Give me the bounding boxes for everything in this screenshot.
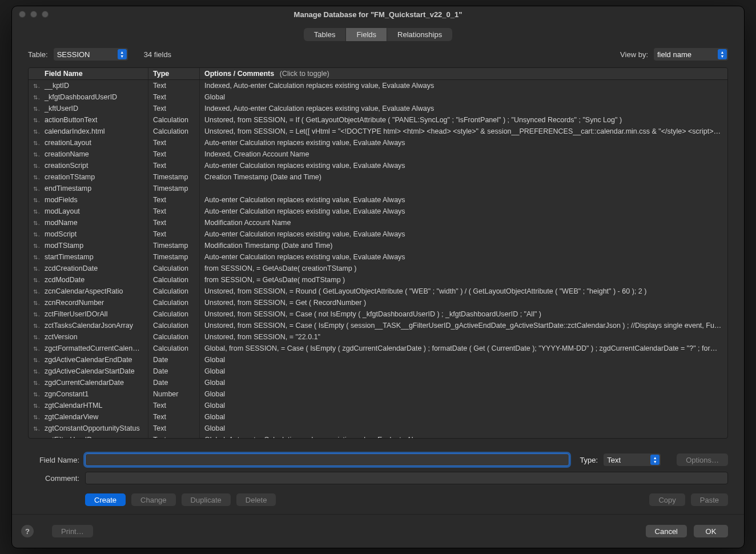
drag-handle-icon[interactable]: ⇅ bbox=[29, 263, 40, 274]
drag-handle-icon[interactable]: ⇅ bbox=[29, 320, 40, 331]
table-row[interactable]: ⇅zgctFormattedCurrentCalendar…Calculatio… bbox=[29, 343, 727, 354]
drag-handle-icon[interactable]: ⇅ bbox=[29, 148, 40, 160]
table-row[interactable]: ⇅creationNameTextIndexed, Creation Accou… bbox=[29, 148, 727, 160]
copy-button[interactable]: Copy bbox=[649, 493, 685, 506]
table-row[interactable]: ⇅zgtConstantOpportunityStatusTextGlobal bbox=[29, 423, 727, 434]
create-button[interactable]: Create bbox=[85, 493, 126, 506]
tab-fields[interactable]: Fields bbox=[346, 28, 387, 41]
cancel-button[interactable]: Cancel bbox=[646, 525, 687, 537]
field-type-cell: Timestamp bbox=[148, 183, 200, 194]
drag-handle-icon[interactable]: ⇅ bbox=[29, 343, 40, 354]
field-options-cell: Auto-enter Calculation replaces existing… bbox=[200, 194, 727, 206]
column-header-name[interactable]: Field Name bbox=[40, 68, 148, 79]
options-button[interactable]: Options… bbox=[677, 453, 728, 466]
tab-bar: Tables Fields Relationships bbox=[12, 28, 744, 41]
tab-relationships[interactable]: Relationships bbox=[387, 28, 452, 41]
table-row[interactable]: ⇅zctFilterUserIDOrAllCalculationUnstored… bbox=[29, 308, 727, 320]
drag-handle-icon[interactable]: ⇅ bbox=[29, 308, 40, 320]
ok-button[interactable]: OK bbox=[694, 525, 728, 537]
drag-handle-icon[interactable]: ⇅ bbox=[29, 114, 40, 126]
comment-input[interactable] bbox=[85, 472, 728, 484]
table-row[interactable]: ⇅startTimestampTimestampAuto-enter Calcu… bbox=[29, 251, 727, 263]
table-row[interactable]: ⇅zgtCalendarHTMLTextGlobal bbox=[29, 400, 727, 411]
drag-handle-icon[interactable]: ⇅ bbox=[29, 297, 40, 308]
drag-handle-icon[interactable]: ⇅ bbox=[29, 286, 40, 297]
field-type-cell: Date bbox=[148, 377, 200, 388]
drag-handle-icon[interactable]: ⇅ bbox=[29, 103, 40, 114]
drag-handle-icon[interactable]: ⇅ bbox=[29, 228, 40, 240]
table-select[interactable]: SESSION ▲▼ bbox=[54, 48, 128, 61]
drag-handle-icon[interactable]: ⇅ bbox=[29, 171, 40, 183]
comment-label: Comment: bbox=[28, 474, 79, 483]
field-type-cell: Timestamp bbox=[148, 240, 200, 251]
drag-handle-icon[interactable]: ⇅ bbox=[29, 274, 40, 286]
drag-handle-icon[interactable]: ⇅ bbox=[29, 194, 40, 206]
table-row[interactable]: ⇅endTimestampTimestamp bbox=[29, 183, 727, 194]
table-row[interactable]: ⇅modNameTextModification Account Name bbox=[29, 217, 727, 228]
table-row[interactable]: ⇅modScriptTextAuto-enter Calculation rep… bbox=[29, 228, 727, 240]
table-row[interactable]: ⇅zctVersionCalculationUnstored, from SES… bbox=[29, 331, 727, 343]
table-row[interactable]: ⇅zgdCurrentCalendarDateDateGlobal bbox=[29, 377, 727, 388]
drag-handle-icon[interactable]: ⇅ bbox=[29, 160, 40, 171]
drag-handle-icon[interactable]: ⇅ bbox=[29, 388, 40, 400]
table-row[interactable]: ⇅creationLayoutTextAuto-enter Calculatio… bbox=[29, 137, 727, 148]
field-type-cell: Text bbox=[148, 103, 200, 114]
table-row[interactable]: ⇅calendarIndex.htmlCalculationUnstored, … bbox=[29, 126, 727, 137]
column-header-type[interactable]: Type bbox=[148, 68, 200, 79]
drag-handle-icon[interactable]: ⇅ bbox=[29, 354, 40, 366]
table-row[interactable]: ⇅zcdCreationDateCalculationfrom SESSION,… bbox=[29, 263, 727, 274]
change-button[interactable]: Change bbox=[131, 493, 176, 506]
drag-handle-icon[interactable]: ⇅ bbox=[29, 217, 40, 228]
updown-icon: ▲▼ bbox=[718, 49, 727, 59]
table-row[interactable]: ⇅zgtCalendarViewTextGlobal bbox=[29, 411, 727, 423]
field-options-cell: Unstored, from SESSION, = Round ( GetLay… bbox=[200, 286, 727, 297]
type-select[interactable]: Text ▲▼ bbox=[604, 453, 661, 466]
drag-handle-icon[interactable]: ⇅ bbox=[29, 251, 40, 263]
table-row[interactable]: ⇅zgtFilterUserIDTextGlobal, Auto-enter C… bbox=[29, 434, 727, 438]
field-type-cell: Calculation bbox=[148, 263, 200, 274]
help-icon[interactable]: ? bbox=[21, 525, 34, 537]
table-row[interactable]: ⇅zgdActiveCalendarStartDateDateGlobal bbox=[29, 366, 727, 377]
column-header-options[interactable]: Options / Comments (Click to toggle) bbox=[200, 68, 727, 79]
table-row[interactable]: ⇅actionButtonTextCalculationUnstored, fr… bbox=[29, 114, 727, 126]
print-button[interactable]: Print… bbox=[52, 525, 93, 537]
delete-button[interactable]: Delete bbox=[236, 493, 276, 506]
drag-handle-icon[interactable]: ⇅ bbox=[29, 183, 40, 194]
table-row[interactable]: ⇅zcnCalendarAspectRatioCalculationUnstor… bbox=[29, 286, 727, 297]
table-row[interactable]: ⇅modFieldsTextAuto-enter Calculation rep… bbox=[29, 194, 727, 206]
table-row[interactable]: ⇅_kfgtDashboardUserIDTextGlobal bbox=[29, 91, 727, 103]
drag-handle-icon[interactable]: ⇅ bbox=[29, 366, 40, 377]
drag-handle-icon[interactable]: ⇅ bbox=[29, 434, 40, 438]
drag-handle-icon[interactable]: ⇅ bbox=[29, 400, 40, 411]
drag-handle-icon[interactable]: ⇅ bbox=[29, 423, 40, 434]
table-row[interactable]: ⇅modLayoutTextAuto-enter Calculation rep… bbox=[29, 206, 727, 217]
drag-handle-icon[interactable]: ⇅ bbox=[29, 91, 40, 103]
table-row[interactable]: ⇅zgnConstant1NumberGlobal bbox=[29, 388, 727, 400]
table-row[interactable]: ⇅zcdModDateCalculationfrom SESSION, = Ge… bbox=[29, 274, 727, 286]
drag-handle-icon[interactable]: ⇅ bbox=[29, 377, 40, 388]
table-row[interactable]: ⇅zgdActiveCalendarEndDateDateGlobal bbox=[29, 354, 727, 366]
field-name-row: Field Name: Type: Text ▲▼ Options… bbox=[28, 453, 728, 466]
table-row[interactable]: ⇅creationScriptTextAuto-enter Calculatio… bbox=[29, 160, 727, 171]
table-row[interactable]: ⇅zcnRecordNumberCalculationUnstored, fro… bbox=[29, 297, 727, 308]
field-options-cell: Global, from SESSION, = Case ( IsEmpty (… bbox=[200, 343, 727, 354]
drag-handle-icon[interactable]: ⇅ bbox=[29, 411, 40, 423]
drag-handle-icon[interactable]: ⇅ bbox=[29, 331, 40, 343]
table-row[interactable]: ⇅zctTasksCalendarJsonArrayCalculationUns… bbox=[29, 320, 727, 331]
field-type-cell: Text bbox=[148, 400, 200, 411]
paste-button[interactable]: Paste bbox=[691, 493, 728, 506]
drag-handle-icon[interactable]: ⇅ bbox=[29, 206, 40, 217]
drag-handle-icon[interactable]: ⇅ bbox=[29, 80, 40, 91]
field-name-input[interactable] bbox=[85, 453, 569, 466]
table-row[interactable]: ⇅_kftUserIDTextIndexed, Auto-enter Calcu… bbox=[29, 103, 727, 114]
duplicate-button[interactable]: Duplicate bbox=[182, 493, 231, 506]
drag-handle-icon[interactable]: ⇅ bbox=[29, 126, 40, 137]
field-type-cell: Text bbox=[148, 206, 200, 217]
drag-handle-icon[interactable]: ⇅ bbox=[29, 137, 40, 148]
table-row[interactable]: ⇅modTStampTimestampModification Timestam… bbox=[29, 240, 727, 251]
view-by-select[interactable]: field name ▲▼ bbox=[654, 48, 728, 61]
tab-tables[interactable]: Tables bbox=[304, 28, 347, 41]
table-row[interactable]: ⇅__kptIDTextIndexed, Auto-enter Calculat… bbox=[29, 80, 727, 91]
drag-handle-icon[interactable]: ⇅ bbox=[29, 240, 40, 251]
table-row[interactable]: ⇅creationTStampTimestampCreation Timesta… bbox=[29, 171, 727, 183]
